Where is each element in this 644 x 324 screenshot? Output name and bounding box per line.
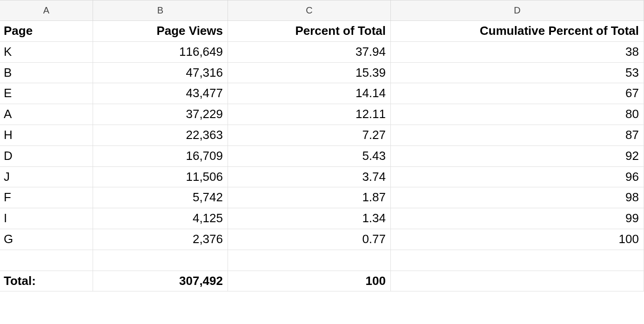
- header-cum[interactable]: Cumulative Percent of Total: [391, 21, 644, 42]
- table-cell[interactable]: 11,506: [93, 167, 228, 188]
- table-cell[interactable]: 37,229: [93, 104, 228, 125]
- table-cell[interactable]: 53: [391, 63, 644, 84]
- table-cell[interactable]: 80: [391, 104, 644, 125]
- blank-cell[interactable]: [0, 250, 93, 271]
- table-cell[interactable]: 37.94: [228, 42, 391, 63]
- table-cell[interactable]: 2,376: [93, 229, 228, 250]
- table-cell[interactable]: 16,709: [93, 146, 228, 167]
- table-cell[interactable]: 1.87: [228, 187, 391, 208]
- blank-cell[interactable]: [228, 250, 391, 271]
- header-pct[interactable]: Percent of Total: [228, 21, 391, 42]
- table-cell[interactable]: 38: [391, 42, 644, 63]
- blank-cell[interactable]: [93, 250, 228, 271]
- table-cell[interactable]: B: [0, 63, 93, 84]
- table-cell[interactable]: 98: [391, 187, 644, 208]
- table-cell[interactable]: J: [0, 167, 93, 188]
- table-cell[interactable]: 5,742: [93, 187, 228, 208]
- total-cum[interactable]: [391, 271, 644, 292]
- total-label[interactable]: Total:: [0, 271, 93, 292]
- col-header-C[interactable]: C: [228, 0, 391, 21]
- table-cell[interactable]: E: [0, 83, 93, 104]
- table-cell[interactable]: 67: [391, 83, 644, 104]
- table-cell[interactable]: 22,363: [93, 125, 228, 146]
- total-pct[interactable]: 100: [228, 271, 391, 292]
- spreadsheet-grid[interactable]: A B C D Page Page Views Percent of Total…: [0, 0, 644, 291]
- table-cell[interactable]: 5.43: [228, 146, 391, 167]
- table-cell[interactable]: G: [0, 229, 93, 250]
- table-cell[interactable]: 100: [391, 229, 644, 250]
- table-cell[interactable]: 1.34: [228, 208, 391, 229]
- table-cell[interactable]: 99: [391, 208, 644, 229]
- table-cell[interactable]: 0.77: [228, 229, 391, 250]
- table-cell[interactable]: A: [0, 104, 93, 125]
- table-cell[interactable]: 116,649: [93, 42, 228, 63]
- table-cell[interactable]: 3.74: [228, 167, 391, 188]
- table-cell[interactable]: I: [0, 208, 93, 229]
- table-cell[interactable]: 92: [391, 146, 644, 167]
- table-cell[interactable]: K: [0, 42, 93, 63]
- table-cell[interactable]: 15.39: [228, 63, 391, 84]
- table-cell[interactable]: F: [0, 187, 93, 208]
- col-header-B[interactable]: B: [93, 0, 228, 21]
- table-cell[interactable]: D: [0, 146, 93, 167]
- table-cell[interactable]: 96: [391, 167, 644, 188]
- col-header-A[interactable]: A: [0, 0, 93, 21]
- table-cell[interactable]: 12.11: [228, 104, 391, 125]
- table-cell[interactable]: 14.14: [228, 83, 391, 104]
- blank-cell[interactable]: [391, 250, 644, 271]
- table-cell[interactable]: H: [0, 125, 93, 146]
- header-views[interactable]: Page Views: [93, 21, 228, 42]
- table-cell[interactable]: 87: [391, 125, 644, 146]
- total-views[interactable]: 307,492: [93, 271, 228, 292]
- table-cell[interactable]: 47,316: [93, 63, 228, 84]
- table-cell[interactable]: 7.27: [228, 125, 391, 146]
- table-cell[interactable]: 43,477: [93, 83, 228, 104]
- col-header-D[interactable]: D: [391, 0, 644, 21]
- header-page[interactable]: Page: [0, 21, 93, 42]
- table-cell[interactable]: 4,125: [93, 208, 228, 229]
